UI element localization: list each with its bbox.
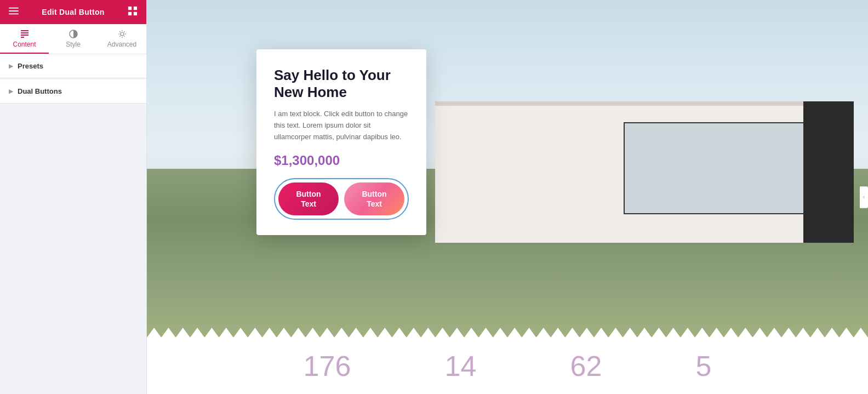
svg-rect-7 <box>21 30 28 31</box>
chevron-right-icon: ▶ <box>9 63 13 69</box>
panel-header: Edit Dual Button <box>0 0 146 24</box>
content-card: Say Hello to Your New Home I am text blo… <box>256 49 426 235</box>
house-window <box>624 122 812 214</box>
stat-item-3: 5 <box>696 352 712 380</box>
tab-advanced-label: Advanced <box>107 41 136 48</box>
dual-buttons-header[interactable]: ▶ Dual Buttons <box>0 79 146 103</box>
chevron-right-icon-2: ▶ <box>9 88 13 94</box>
svg-rect-4 <box>134 7 137 10</box>
button-secondary[interactable]: Button Text <box>344 182 404 215</box>
card-description: I am text block. Click edit button to ch… <box>274 109 409 142</box>
house-visual <box>147 0 868 337</box>
button-primary[interactable]: Button Text <box>278 182 339 215</box>
dual-buttons-label: Dual Buttons <box>18 87 62 95</box>
right-area: Say Hello to Your New Home I am text blo… <box>147 0 868 394</box>
svg-rect-0 <box>9 8 19 9</box>
tab-content-label: Content <box>13 41 36 48</box>
svg-rect-1 <box>9 10 19 12</box>
presets-label: Presets <box>18 62 43 70</box>
tab-advanced[interactable]: Advanced <box>98 24 146 54</box>
panel-sections: ▶ Presets ▶ Dual Buttons <box>0 54 146 394</box>
stat-item-1: 14 <box>445 352 477 380</box>
grid-icon[interactable] <box>128 6 138 18</box>
section-dual-buttons: ▶ Dual Buttons <box>0 79 146 104</box>
tab-style[interactable]: Style <box>49 24 98 54</box>
hamburger-icon[interactable] <box>9 6 19 18</box>
house-roof <box>435 101 853 106</box>
svg-rect-2 <box>9 14 19 15</box>
panel-title: Edit Dual Button <box>42 8 104 16</box>
stat-value-0: 176 <box>304 352 351 380</box>
dual-buttons-container: Button Text Button Text <box>274 178 409 220</box>
stats-bar: 176 14 62 5 <box>147 338 868 394</box>
collapse-panel-toggle[interactable]: ‹ <box>860 186 868 208</box>
stat-value-3: 5 <box>696 352 712 380</box>
stat-value-1: 14 <box>445 352 477 380</box>
stat-item-0: 176 <box>304 352 351 380</box>
svg-rect-9 <box>21 35 28 36</box>
left-panel: Edit Dual Button Content Style Advanced … <box>0 0 147 394</box>
svg-rect-5 <box>128 12 132 15</box>
hero-background <box>147 0 868 337</box>
svg-rect-6 <box>134 12 137 15</box>
tab-style-label: Style <box>66 41 81 48</box>
house-dark-wall <box>803 101 854 243</box>
panel-tabs: Content Style Advanced <box>0 24 146 54</box>
house-main <box>435 101 853 243</box>
section-presets: ▶ Presets <box>0 54 146 78</box>
stat-item-2: 62 <box>570 352 602 380</box>
card-title: Say Hello to Your New Home <box>274 67 409 101</box>
presets-header[interactable]: ▶ Presets <box>0 54 146 78</box>
stat-value-2: 62 <box>570 352 602 380</box>
svg-rect-8 <box>21 32 28 33</box>
tab-content[interactable]: Content <box>0 24 49 54</box>
svg-rect-3 <box>128 7 132 10</box>
svg-rect-10 <box>21 37 24 38</box>
card-price: $1,300,000 <box>274 153 409 168</box>
svg-point-12 <box>121 32 124 36</box>
